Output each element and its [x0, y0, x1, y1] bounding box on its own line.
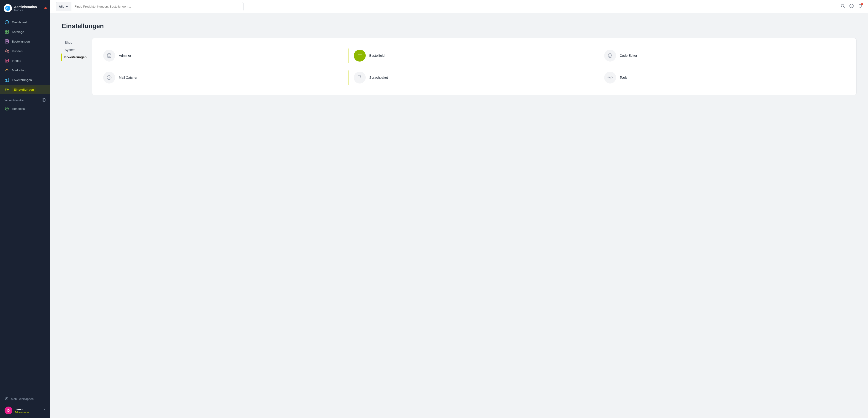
card-bestellfeld[interactable]: Bestellfeld	[349, 44, 599, 67]
sidebar-item-bestellungen[interactable]: Bestellungen	[0, 37, 50, 46]
sidebar-item-label: Erweiterungen	[12, 78, 32, 82]
verkaufskanaele-label: Verkaufskanäle	[5, 99, 24, 102]
sidebar-item-label: Kunden	[12, 50, 23, 53]
search-icon[interactable]	[841, 4, 845, 9]
kunden-icon	[5, 49, 9, 53]
svg-rect-11	[5, 79, 7, 82]
user-initial: D	[7, 409, 10, 412]
settings-layout: Shop System Erweiterungen	[62, 38, 857, 95]
settings-nav-erweiterungen-label: Erweiterungen	[64, 55, 87, 59]
settings-nav-erweiterungen[interactable]: Erweiterungen	[61, 54, 87, 61]
sidebar-version: 6.4.17.2	[14, 9, 42, 11]
bestellungen-icon	[5, 39, 9, 44]
topbar-actions	[841, 4, 863, 9]
collapse-menu-button[interactable]: Menü einklappen	[4, 395, 47, 403]
user-role: Administrator	[14, 411, 41, 414]
adminer-icon-wrapper	[103, 50, 115, 62]
sidebar-title-block: Administration 6.4.17.2	[14, 5, 42, 12]
card-mail-catcher[interactable]: Mail Catcher	[99, 67, 349, 89]
sidebar-item-kunden[interactable]: Kunden	[0, 46, 50, 56]
user-name: demo	[14, 408, 41, 411]
tools-label: Tools	[620, 76, 627, 79]
sprachpaket-icon-wrapper	[354, 72, 366, 84]
svg-point-8	[6, 50, 7, 51]
sidebar-item-einstellungen[interactable]: Einstellungen	[0, 85, 50, 94]
sidebar-item-dashboard[interactable]: Dashboard	[0, 18, 50, 27]
svg-point-19	[851, 7, 851, 7]
sidebar-status-dot	[44, 7, 47, 9]
svg-point-13	[6, 89, 7, 90]
bell-notification-dot	[861, 3, 863, 5]
settings-nav-shop-label: Shop	[65, 41, 72, 44]
collapse-label: Menü einklappen	[11, 397, 34, 400]
settings-nav-system-label: System	[65, 48, 75, 52]
user-avatar: D	[5, 407, 12, 414]
settings-nav-system[interactable]: System	[62, 46, 87, 54]
card-code-editor[interactable]: Code Editor	[599, 44, 850, 67]
sidebar-item-label: Marketing	[12, 69, 25, 72]
settings-sidenav: Shop System Erweiterungen	[62, 38, 92, 61]
settings-cards-container: Adminer Bestellfeld	[92, 38, 857, 95]
svg-rect-5	[5, 32, 7, 33]
sidebar-user: D demo Administrator ⌃	[4, 404, 47, 415]
headless-icon	[5, 106, 9, 111]
sidebar-item-kataloge[interactable]: Kataloge	[0, 27, 50, 37]
bestellfeld-label: Bestellfeld	[369, 54, 385, 57]
content-area: Einstellungen Shop System Erweiterungen	[50, 13, 868, 418]
svg-rect-6	[7, 32, 8, 33]
main-area: Alle	[50, 0, 868, 418]
mail-catcher-label: Mail Catcher	[119, 76, 137, 79]
user-menu-chevron[interactable]: ⌃	[43, 409, 46, 412]
sidebar-item-inhalte[interactable]: Inhalte	[0, 56, 50, 65]
user-info: demo Administrator	[14, 408, 41, 414]
sidebar-item-label: Headless	[12, 107, 25, 110]
sidebar-item-label: Einstellungen	[12, 87, 36, 92]
sidebar-item-marketing[interactable]: Marketing	[0, 65, 50, 75]
sidebar: G Administration 6.4.17.2 Dashboard	[0, 0, 50, 418]
search-input[interactable]	[71, 5, 243, 8]
sidebar-item-label: Dashboard	[12, 21, 27, 24]
svg-point-23	[610, 77, 611, 78]
code-editor-label: Code Editor	[620, 54, 637, 57]
sidebar-app-title: Administration	[14, 5, 42, 9]
kataloge-icon	[5, 30, 9, 34]
topbar: Alle	[50, 0, 868, 13]
settings-nav-shop[interactable]: Shop	[62, 39, 87, 46]
card-sprachpaket[interactable]: Sprachpaket	[349, 67, 599, 89]
sidebar-item-erweiterungen[interactable]: Erweiterungen	[0, 75, 50, 85]
help-icon[interactable]	[849, 4, 854, 9]
svg-text:G: G	[6, 7, 8, 10]
svg-point-20	[107, 54, 111, 55]
search-wrapper: Alle	[56, 2, 244, 11]
dashboard-icon	[5, 20, 9, 25]
erweiterungen-icon	[5, 77, 9, 82]
sidebar-item-headless[interactable]: Headless	[0, 104, 50, 114]
verkaufskanaele-section: Verkaufskanäle	[0, 94, 50, 104]
card-tools[interactable]: Tools	[599, 67, 850, 89]
sidebar-item-label: Kataloge	[12, 30, 24, 34]
svg-rect-4	[7, 30, 8, 32]
cards-grid: Adminer Bestellfeld	[99, 44, 850, 89]
bell-icon[interactable]	[858, 4, 863, 9]
search-filter-dropdown[interactable]: Alle	[56, 2, 71, 11]
einstellungen-icon	[5, 87, 9, 92]
page-title: Einstellungen	[62, 23, 857, 30]
filter-label: Alle	[59, 5, 64, 8]
sidebar-header: G Administration 6.4.17.2	[0, 0, 50, 15]
adminer-label: Adminer	[119, 54, 131, 57]
tools-icon-wrapper	[604, 72, 616, 84]
inhalte-icon	[5, 58, 9, 63]
sidebar-footer: Menü einklappen D demo Administrator ⌃	[0, 392, 50, 418]
svg-point-9	[7, 50, 9, 51]
svg-rect-12	[7, 78, 9, 82]
card-adminer[interactable]: Adminer	[99, 44, 349, 67]
marketing-icon	[5, 68, 9, 72]
sidebar-nav: Dashboard Kataloge Bestellun	[0, 15, 50, 392]
add-verkaufskanal-button[interactable]	[42, 98, 46, 102]
sidebar-item-label: Inhalte	[12, 59, 21, 62]
svg-rect-3	[5, 30, 7, 32]
sprachpaket-label: Sprachpaket	[369, 76, 388, 79]
bestellfeld-icon-wrapper	[354, 50, 366, 62]
sidebar-logo: G	[4, 4, 12, 12]
mail-catcher-icon-wrapper	[103, 72, 115, 84]
